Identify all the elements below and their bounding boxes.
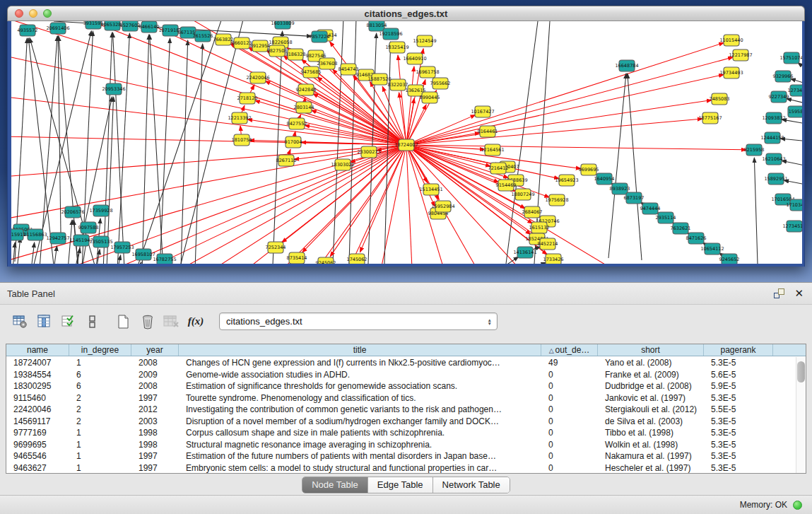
graph-node[interactable]: 19756928	[545, 194, 568, 206]
graph-node[interactable]: 8660123	[232, 37, 252, 49]
graph-node[interactable]: 16782755	[153, 254, 176, 264]
column-header-name[interactable]: name	[6, 344, 69, 356]
tab-node-table[interactable]: Node Table	[302, 477, 368, 493]
column-visibility-icon[interactable]	[34, 312, 55, 332]
graph-node[interactable]: 16958107	[131, 249, 155, 260]
column-header-short[interactable]: short	[598, 344, 704, 356]
graph-node[interactable]: 18775167	[698, 112, 722, 124]
table-row[interactable]: 969969511998Structural magnetic resonanc…	[6, 439, 796, 451]
graph-node[interactable]: 917004	[285, 136, 302, 148]
graph-node[interactable]: 10654112	[700, 243, 724, 255]
column-header-pagerank[interactable]: pagerank	[704, 344, 773, 356]
graph-node[interactable]: 12942757	[46, 233, 69, 244]
graph-node[interactable]: 9245062	[316, 257, 336, 264]
graph-node[interactable]: 1640954	[594, 173, 615, 185]
graph-node[interactable]: 2935114	[656, 212, 676, 223]
close-icon[interactable]: ✕	[794, 288, 804, 298]
tab-network-table[interactable]: Network Table	[433, 477, 510, 493]
table-mode-icon[interactable]	[10, 312, 31, 332]
graph-node[interactable]: 16640910	[403, 53, 426, 64]
table-row[interactable]: 1830029562008Estimation of significance …	[6, 380, 796, 392]
graph-node[interactable]: 1273455	[788, 85, 802, 96]
graph-node[interactable]: 12444158	[760, 132, 784, 144]
column-header-in_degree[interactable]: in_degree	[69, 344, 131, 356]
scrollbar-thumb[interactable]	[797, 361, 805, 382]
graph-node[interactable]: 6873197	[624, 192, 645, 204]
graph-node[interactable]: 19654923	[555, 175, 578, 186]
table-row[interactable]: 2242004622012Investigating the contribut…	[6, 404, 796, 416]
rows-icon[interactable]	[82, 312, 103, 332]
graph-node[interactable]: 1615132	[529, 222, 550, 233]
graph-node[interactable]: 1733426	[543, 254, 564, 264]
graph-node[interactable]: 9329966	[773, 71, 794, 82]
graph-node[interactable]: 20953346	[102, 83, 125, 95]
graph-node[interactable]: 15134451	[419, 184, 442, 195]
graph-node[interactable]: 1810754	[232, 134, 252, 146]
graph-node[interactable]: 9227349	[769, 91, 789, 103]
graph-node[interactable]: 2803144	[294, 102, 314, 113]
graph-node[interactable]: 16210643	[762, 153, 785, 165]
network-window-titlebar[interactable]: citations_edges.txt	[7, 6, 805, 21]
function-builder-icon[interactable]: f(x)	[185, 312, 206, 332]
graph-node[interactable]: 2718120	[237, 93, 258, 104]
table-row[interactable]: 1456911722003Disruption of a novel membe…	[6, 416, 796, 428]
table-row[interactable]: 1938455462009Genome-wide association stu…	[6, 369, 796, 381]
graph-node[interactable]: 4935572	[18, 25, 38, 36]
graph-node[interactable]: 9827508	[267, 45, 288, 57]
graph-node[interactable]: 11015440	[719, 35, 743, 46]
graph-node[interactable]: 14136141	[513, 247, 536, 258]
graph-node[interactable]: 7216412	[488, 163, 509, 174]
table-row[interactable]: 977716911998Corpus callosum shape and si…	[6, 427, 796, 439]
graph-node[interactable]: 7485083	[710, 93, 730, 105]
graph-node[interactable]: 8735414	[287, 252, 307, 264]
graph-node[interactable]: 8215958	[744, 144, 765, 156]
graph-node[interactable]: 12213392	[228, 112, 251, 124]
graph-node[interactable]: 9242848	[296, 84, 317, 95]
graph-node[interactable]: 16648784	[615, 60, 638, 71]
network-canvas[interactable]: 1872400786601238912954182260589827508818…	[11, 21, 802, 264]
graph-node[interactable]: 15892951	[764, 173, 787, 185]
table-row[interactable]: 1872400712008Changes of HCN gene express…	[6, 357, 796, 369]
graph-node[interactable]: 12217987	[729, 49, 752, 61]
delete-column-icon[interactable]	[137, 312, 158, 332]
row-selection-icon[interactable]	[58, 312, 79, 332]
graph-node[interactable]: 8427552	[287, 118, 307, 129]
graph-node[interactable]: 7252344	[266, 242, 286, 253]
graph-node[interactable]: 8990445	[420, 92, 440, 103]
graph-node[interactable]: 8267110	[276, 155, 297, 166]
float-window-icon[interactable]	[774, 288, 784, 298]
graph-node[interactable]: 12734512	[782, 221, 802, 232]
graph-node[interactable]: 9475685	[301, 66, 322, 78]
graph-node[interactable]: 2684067	[522, 206, 543, 218]
graph-node[interactable]: 15751074	[779, 52, 802, 64]
graph-node[interactable]: 15124549	[413, 35, 436, 47]
tab-edge-table[interactable]: Edge Table	[368, 477, 433, 493]
graph-node[interactable]: 19734493	[719, 67, 743, 78]
graph-node[interactable]: 9097588	[78, 222, 99, 233]
graph-node[interactable]: 8164461	[478, 126, 498, 137]
graph-node[interactable]: 7955662	[430, 78, 451, 89]
memory-status-icon[interactable]	[793, 501, 802, 510]
graph-node[interactable]: 9474444	[640, 203, 661, 214]
graph-node[interactable]: 6466140	[139, 21, 160, 33]
table-row[interactable]: 946554611997Estimation of the future num…	[6, 450, 796, 462]
graph-node[interactable]: 18325419	[385, 42, 408, 53]
graph-node[interactable]: 7663822	[213, 34, 234, 45]
table-row[interactable]: 911546021997Tourette syndrome. Phenomeno…	[6, 392, 796, 404]
column-header-title[interactable]: title	[179, 344, 541, 356]
graph-node[interactable]: 15958	[788, 106, 802, 117]
column-header-year[interactable]: year	[131, 344, 179, 356]
graph-node[interactable]: 8471626	[686, 233, 707, 244]
graph-node[interactable]: 2367608	[317, 58, 338, 69]
delete-table-icon[interactable]	[161, 312, 182, 332]
create-column-icon[interactable]	[113, 312, 134, 332]
graph-node[interactable]: 1745062	[347, 254, 367, 264]
graph-node[interactable]: 7857224	[310, 31, 330, 42]
table-row[interactable]: 946362711997Embryonic stem cells: a mode…	[6, 462, 796, 474]
graph-node[interactable]: 8452214	[538, 238, 558, 250]
graph-node[interactable]: 16961758	[416, 66, 439, 78]
graph-node[interactable]: 8186328	[286, 49, 306, 60]
graph-node[interactable]: 12093832	[762, 112, 785, 124]
citation-graph[interactable]: 1872400786601238912954182260589827508818…	[11, 21, 802, 264]
vertical-scrollbar[interactable]	[796, 357, 806, 473]
